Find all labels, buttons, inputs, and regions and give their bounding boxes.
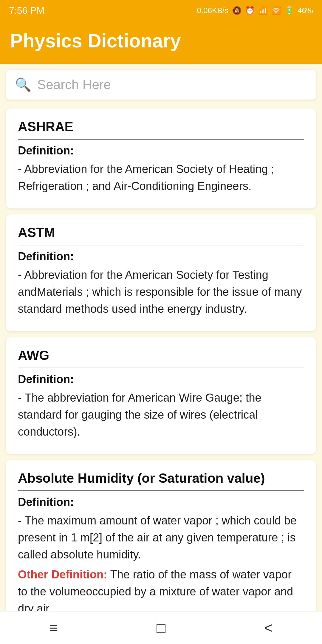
signal-icon: 📶 <box>258 6 268 15</box>
search-bar[interactable]: 🔍 <box>6 70 316 100</box>
app-header: Physics Dictionary <box>0 21 322 64</box>
back-button[interactable]: < <box>264 619 273 637</box>
data-speed: 0.06KB/s <box>197 6 228 15</box>
mute-icon: 🔕 <box>232 6 242 15</box>
bottom-navigation: ≡ □ < <box>0 611 322 644</box>
other-label-1: Other Definition: <box>18 568 107 581</box>
definition-label-ashrae: Definition: <box>18 144 304 157</box>
battery-icon: 🔋 <box>284 6 294 15</box>
dictionary-list: ASHRAE Definition: - Abbreviation for th… <box>0 106 322 644</box>
alarm-icon: ⏰ <box>245 6 255 15</box>
term-astm: ASTM <box>18 225 304 245</box>
search-icon: 🔍 <box>15 77 31 92</box>
term-absolute-humidity: Absolute Humidity (or Saturation value) <box>18 471 304 491</box>
status-time: 7:56 PM <box>9 5 44 16</box>
definition-ashrae: - Abbreviation for the American Society … <box>18 161 304 195</box>
term-ashrae: ASHRAE <box>18 119 304 140</box>
menu-button[interactable]: ≡ <box>49 619 58 637</box>
status-icons: 0.06KB/s 🔕 ⏰ 📶 🛜 🔋 46% <box>197 6 313 15</box>
dict-card-astm: ASTM Definition: - Abbreviation for the … <box>6 214 316 331</box>
other-def-1-absolute-humidity: Other Definition: The ratio of the mass … <box>18 566 304 617</box>
search-input[interactable] <box>37 77 307 92</box>
dict-card-awg: AWG Definition: - The abbreviation for A… <box>6 337 316 454</box>
app-title: Physics Dictionary <box>10 30 312 52</box>
definition-absolute-humidity: - The maximum amount of water vapor ; wh… <box>18 512 304 563</box>
status-bar: 7:56 PM 0.06KB/s 🔕 ⏰ 📶 🛜 🔋 46% <box>0 0 322 21</box>
definition-astm: - Abbreviation for the American Society … <box>18 267 304 318</box>
dict-card-ashrae: ASHRAE Definition: - Abbreviation for th… <box>6 109 316 208</box>
battery-percent: 46% <box>298 6 313 15</box>
definition-label-astm: Definition: <box>18 250 304 263</box>
definition-label-awg: Definition: <box>18 373 304 386</box>
home-button[interactable]: □ <box>157 619 165 637</box>
term-awg: AWG <box>18 348 304 368</box>
definition-label-absolute-humidity: Definition: <box>18 496 304 509</box>
definition-awg: - The abbreviation for American Wire Gau… <box>18 389 304 440</box>
wifi-icon: 🛜 <box>271 6 281 15</box>
